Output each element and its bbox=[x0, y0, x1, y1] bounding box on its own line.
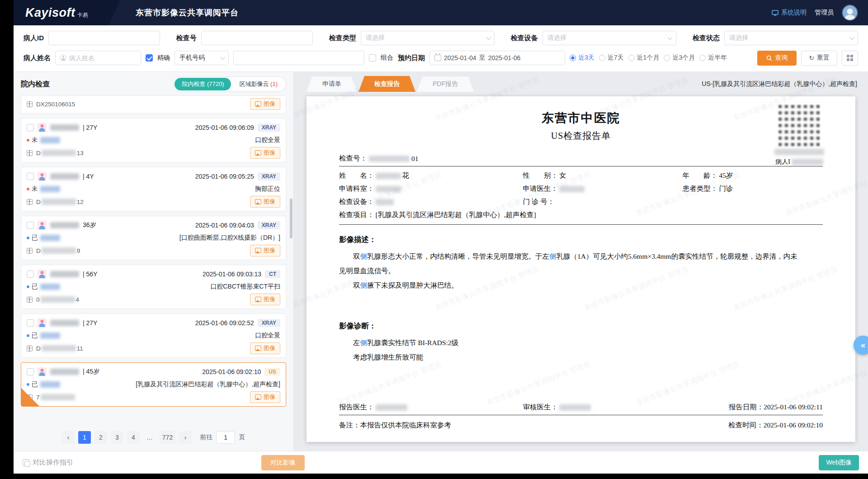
divider bbox=[339, 166, 823, 166]
view-images-button[interactable]: 图像 bbox=[250, 294, 280, 305]
range-7days-radio[interactable]: 近7天 bbox=[599, 54, 624, 62]
view-images-button[interactable]: 图像 bbox=[250, 342, 280, 354]
page-4-button[interactable]: 4 bbox=[127, 431, 140, 444]
patient-id-input-box bbox=[48, 31, 160, 45]
range-7days-label: 近7天 bbox=[608, 54, 624, 62]
report-date: 报告日期：2025-01-06 09:02:11 bbox=[683, 403, 823, 412]
exam-card-selected[interactable]: | 45岁 2025-01-06 09:02:10 US 已 [乳腺及其引流区淋… bbox=[21, 362, 286, 407]
system-help-link[interactable]: 系统说明 bbox=[772, 9, 807, 17]
select-checkbox[interactable] bbox=[27, 270, 34, 278]
name-redacted bbox=[376, 173, 401, 179]
exact-checkbox[interactable] bbox=[146, 54, 153, 62]
search-button[interactable]: 查询 bbox=[757, 51, 797, 66]
range-3months-radio[interactable]: 近3个月 bbox=[664, 54, 695, 62]
select-checkbox[interactable] bbox=[27, 124, 34, 131]
exam-card[interactable]: 36岁 2025-01-06 09:04:03 XRAY 已 [口腔曲面断层,口… bbox=[21, 216, 286, 260]
prev-page-button[interactable]: ‹ bbox=[62, 431, 75, 444]
patient-age: | 4Y bbox=[83, 173, 94, 180]
range-3days-radio[interactable]: 近3天 bbox=[570, 54, 594, 62]
tab-region-cloud[interactable]: 区域影像云 (1) bbox=[232, 78, 285, 90]
content-area: 院内检查 院内检查 (7720) 区域影像云 (1) DX250106015 图… bbox=[14, 72, 868, 451]
select-checkbox[interactable] bbox=[27, 222, 34, 229]
exam-id-icon bbox=[27, 199, 33, 205]
page-3-button[interactable]: 3 bbox=[111, 431, 123, 444]
last-page-button[interactable]: 772 bbox=[160, 431, 175, 444]
desc-paragraph-2: 双侧腋下未探及明显肿大淋巴结。 bbox=[339, 278, 800, 293]
person-icon bbox=[60, 55, 66, 61]
exam-datetime: 2025-01-06 09:03:13 bbox=[203, 270, 261, 278]
date-range-picker[interactable]: 2025-01-04 至 2025-01-06 bbox=[429, 51, 565, 65]
patient-id-input[interactable] bbox=[53, 34, 155, 42]
exam-list-header: 院内检查 院内检查 (7720) 区域影像云 (1) bbox=[14, 72, 293, 95]
compare-images-button[interactable]: 对比影像 bbox=[261, 455, 305, 470]
exam-card[interactable]: | 27Y 2025-01-06 09:02:52 XRAY 已 口腔全景 bbox=[21, 313, 286, 358]
view-images-button[interactable]: 图像 bbox=[250, 245, 280, 256]
user-role: 管理员 bbox=[815, 9, 834, 17]
tab-pdf-report[interactable]: PDF报告 bbox=[417, 76, 474, 92]
range-1month-radio[interactable]: 近1个月 bbox=[628, 54, 660, 62]
filter-row-2: 病人姓名 精确 手机号码 组合 预约日期 2025-01-04 bbox=[24, 48, 858, 68]
modality-tag: CT bbox=[265, 270, 280, 278]
next-page-button[interactable]: › bbox=[179, 431, 192, 444]
report-wrap: 病人I 东营市中医院 US检查报告单 检查号： 01 姓 名：花 性 别：女 bbox=[294, 92, 868, 451]
grid-view-icon bbox=[847, 55, 853, 61]
page-2-button[interactable]: 2 bbox=[94, 431, 107, 444]
exam-description: 口腔全景 bbox=[255, 136, 280, 144]
range-halfyear-label: 近半年 bbox=[708, 54, 727, 62]
view-images-button[interactable]: 图像 bbox=[250, 98, 280, 110]
field-name: 姓 名：花 bbox=[339, 171, 523, 180]
filter-panel: 病人ID 检查号 检查类型 请选择 检查设备 请选择 检查状态 请选择 bbox=[14, 25, 868, 72]
phone-field-select[interactable]: 手机号码 bbox=[175, 51, 229, 65]
exam-type-select[interactable]: 请选择 bbox=[361, 31, 495, 45]
tab-request-form[interactable]: 申请单 bbox=[307, 76, 357, 92]
combo-checkbox[interactable] bbox=[369, 54, 376, 62]
page-1-button[interactable]: 1 bbox=[78, 431, 91, 444]
radio-icon bbox=[664, 55, 670, 61]
image-icon bbox=[255, 394, 261, 400]
web-image-button[interactable]: Web图像 bbox=[819, 455, 859, 470]
exam-type-label: 检查类型 bbox=[329, 34, 356, 43]
phone-input[interactable] bbox=[238, 54, 359, 62]
tab-exam-report[interactable]: 检查报告 bbox=[359, 76, 415, 92]
pages-ellipsis[interactable]: … bbox=[143, 431, 156, 444]
report-document: 病人I 东营市中医院 US检查报告单 检查号： 01 姓 名：花 性 别：女 bbox=[307, 96, 855, 442]
exam-device-select[interactable]: 请选择 bbox=[542, 31, 676, 45]
range-halfyear-radio[interactable]: 近半年 bbox=[699, 54, 727, 62]
exam-id: 04 bbox=[36, 296, 79, 303]
tab-hospital-exams[interactable]: 院内检查 (7720) bbox=[175, 78, 231, 90]
reset-button[interactable]: ↻ 重置 bbox=[801, 51, 837, 66]
goto-page-input[interactable] bbox=[216, 431, 235, 444]
pagination: ‹ 1 2 3 4 … 772 › 前往 页 bbox=[14, 425, 293, 451]
compare-guide-link[interactable]: 对比操作指引 bbox=[23, 458, 73, 467]
exam-status-select[interactable]: 请选择 bbox=[724, 31, 858, 45]
exam-card[interactable]: DX250106015 图像 bbox=[21, 95, 286, 114]
select-checkbox[interactable] bbox=[27, 173, 34, 180]
exam-card[interactable]: | 27Y 2025-01-06 09:06:09 XRAY 未 口腔全景 bbox=[21, 118, 286, 162]
exam-datetime: 2025-01-06 09:02:10 bbox=[202, 368, 261, 375]
exam-id-redacted bbox=[42, 247, 76, 254]
help-link-label: 系统说明 bbox=[781, 9, 807, 17]
view-images-button[interactable]: 图像 bbox=[250, 147, 280, 159]
patient-avatar bbox=[38, 270, 47, 279]
exam-no-input[interactable] bbox=[206, 34, 308, 42]
layout-switch-button[interactable] bbox=[842, 51, 858, 66]
status-redacted bbox=[40, 284, 60, 290]
exam-description: [口腔曲面断层,口腔X线摄影（DR）] bbox=[179, 234, 280, 242]
exam-id-redacted bbox=[41, 296, 75, 303]
select-checkbox[interactable] bbox=[27, 368, 34, 375]
select-checkbox[interactable] bbox=[27, 319, 34, 327]
exam-card[interactable]: | 4Y 2025-01-06 09:05:25 XRAY 未 胸部正位 bbox=[21, 167, 286, 211]
logo-subtext: 卡易 bbox=[77, 11, 88, 19]
patient-id-label: 病人ID bbox=[24, 34, 44, 43]
brand-logo[interactable]: Kayisoft 卡易 bbox=[14, 0, 120, 25]
patient-avatar bbox=[38, 172, 47, 181]
diag-section-title: 影像诊断： bbox=[339, 321, 823, 331]
patient-name-input[interactable] bbox=[69, 54, 136, 62]
user-avatar[interactable] bbox=[842, 5, 858, 21]
source-tabs: 院内检查 (7720) 区域影像云 (1) bbox=[173, 76, 286, 92]
list-scrollbar[interactable] bbox=[290, 199, 292, 238]
exam-card[interactable]: | 56Y 2025-01-06 09:03:13 CT 已 口腔CBCT锥形束… bbox=[21, 265, 286, 309]
view-images-button[interactable]: 图像 bbox=[250, 196, 280, 208]
patient-avatar bbox=[38, 367, 47, 376]
view-images-button[interactable]: 图像 bbox=[250, 391, 280, 403]
